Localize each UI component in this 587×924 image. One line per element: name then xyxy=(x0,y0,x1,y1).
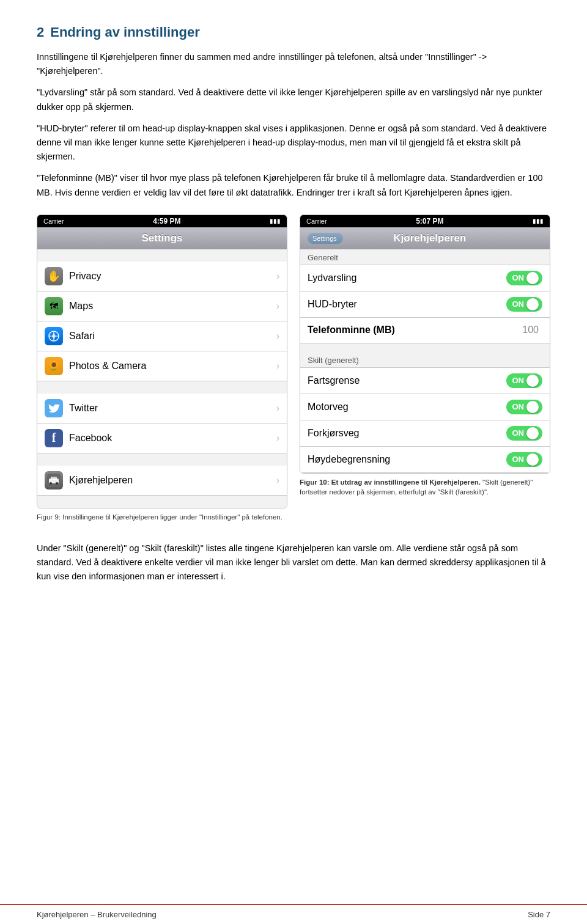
toggle-forkjorsveg[interactable]: ON xyxy=(506,426,543,441)
row-safari[interactable]: Safari › xyxy=(37,321,287,351)
bottom-text: Under "Skilt (generelt)" og "Skilt (fare… xyxy=(37,541,550,584)
footer-right: Side 7 xyxy=(528,910,550,919)
nav-title-9: Settings xyxy=(141,232,182,244)
label-facebook: Facebook xyxy=(69,433,276,444)
toggle-hud[interactable]: ON xyxy=(506,297,543,312)
nav-bar-9: Settings xyxy=(37,227,287,249)
nav-title-10: Kjørehjelperen xyxy=(348,232,512,244)
icon-kjore xyxy=(45,471,63,490)
value-telefonminne: 100 xyxy=(522,324,539,336)
label-lydvarsling: Lydvarsling xyxy=(308,273,506,284)
icon-photos: 🌻 xyxy=(45,357,63,375)
page-footer: Kjørehjelperen – Brukerveiledning Side 7 xyxy=(0,904,587,924)
row-hoydebegrensning[interactable]: Høydebegrensning ON xyxy=(300,447,550,473)
label-twitter: Twitter xyxy=(69,403,276,414)
section-generelt: Generelt xyxy=(300,249,550,265)
settings-list-9: ✋ Privacy › 🗺 Maps › Safari › xyxy=(37,249,287,508)
label-fartsgrense: Fartsgrense xyxy=(308,375,506,386)
paragraph-4: "Telefonminne (MB)" viser til hvor mye p… xyxy=(37,171,550,199)
battery-9: ▮▮▮ xyxy=(270,218,281,224)
row-kjore[interactable]: Kjørehjelperen › xyxy=(37,466,287,496)
label-maps: Maps xyxy=(69,301,276,312)
chapter-title: Endring av innstillinger xyxy=(50,24,199,40)
bottom-paragraph-1: Under "Skilt (generelt)" og "Skilt (fare… xyxy=(37,541,550,584)
svg-point-7 xyxy=(56,482,58,485)
toggle-lydvarsling[interactable]: ON xyxy=(506,271,543,285)
label-telefonminne: Telefonminne (MB) xyxy=(308,324,522,336)
figure-9-caption: Figur 9: Innstillingene til Kjørehjelper… xyxy=(37,512,287,522)
figure-10-phone: Carrier 5:07 PM ▮▮▮ Settings Kjørehjelpe… xyxy=(300,215,550,474)
row-motorveg[interactable]: Motorveg ON xyxy=(300,394,550,420)
chevron-photos: › xyxy=(276,361,279,372)
chevron-facebook: › xyxy=(276,433,279,444)
row-telefonminne[interactable]: Telefonminne (MB) 100 xyxy=(300,318,550,343)
toggle-hoydebegrensning[interactable]: ON xyxy=(506,452,543,467)
carrier-9: Carrier xyxy=(43,218,64,225)
carrier-10: Carrier xyxy=(306,218,327,225)
label-hud: HUD-bryter xyxy=(308,299,506,310)
chapter-heading: 2 Endring av innstillinger xyxy=(37,24,550,40)
paragraph-3: "HUD-bryter" referer til om head-up disp… xyxy=(37,122,550,164)
label-hoydebegrensning: Høydebegrensning xyxy=(308,454,506,465)
row-maps[interactable]: 🗺 Maps › xyxy=(37,292,287,321)
label-motorveg: Motorveg xyxy=(308,402,506,413)
chevron-privacy: › xyxy=(276,271,279,282)
label-forkjorsveg: Forkjørsveg xyxy=(308,428,506,439)
label-privacy: Privacy xyxy=(69,271,276,282)
paragraph-2: "Lydvarsling" står på som standard. Ved … xyxy=(37,86,550,114)
label-photos: Photos & Camera xyxy=(69,361,276,372)
icon-safari xyxy=(45,327,63,345)
icon-facebook: f xyxy=(45,429,63,447)
nav-bar-10: Settings Kjørehjelperen xyxy=(300,227,550,249)
figure-10-block: Carrier 5:07 PM ▮▮▮ Settings Kjørehjelpe… xyxy=(300,215,550,529)
svg-marker-3 xyxy=(52,332,56,340)
icon-maps: 🗺 xyxy=(45,297,63,315)
figure-10-caption: Figur 10: Et utdrag av innstillingene ti… xyxy=(300,477,550,497)
figure-10-caption-bold: Figur 10: Et utdrag av innstillingene ti… xyxy=(300,479,481,486)
toggle-motorveg[interactable]: ON xyxy=(506,400,543,414)
figures-row: Carrier 4:59 PM ▮▮▮ Settings ✋ Privacy › xyxy=(37,215,550,529)
icon-privacy: ✋ xyxy=(45,267,63,285)
chevron-twitter: › xyxy=(276,403,279,414)
toggle-fartsgrense[interactable]: ON xyxy=(506,373,543,388)
svg-rect-8 xyxy=(51,477,57,480)
chevron-maps: › xyxy=(276,301,279,312)
row-forkjorsveg[interactable]: Forkjørsveg ON xyxy=(300,420,550,447)
figure-9-block: Carrier 4:59 PM ▮▮▮ Settings ✋ Privacy › xyxy=(37,215,287,529)
svg-point-6 xyxy=(50,482,52,485)
row-photos[interactable]: 🌻 Photos & Camera › xyxy=(37,351,287,381)
status-bar-10: Carrier 5:07 PM ▮▮▮ xyxy=(300,215,550,227)
chevron-kjore: › xyxy=(276,475,279,486)
row-twitter[interactable]: Twitter › xyxy=(37,394,287,424)
chevron-safari: › xyxy=(276,331,279,342)
section-skilt: Skilt (generelt) xyxy=(300,352,550,367)
settings-list-10: Generelt Lydvarsling ON HUD-bryter ON Te… xyxy=(300,249,550,473)
label-safari: Safari xyxy=(69,331,276,342)
row-fartsgrense[interactable]: Fartsgrense ON xyxy=(300,367,550,394)
icon-twitter xyxy=(45,399,63,417)
time-9: 4:59 PM xyxy=(153,217,180,226)
back-button-10[interactable]: Settings xyxy=(308,233,343,244)
figure-9-phone: Carrier 4:59 PM ▮▮▮ Settings ✋ Privacy › xyxy=(37,215,287,508)
row-facebook[interactable]: f Facebook › xyxy=(37,424,287,453)
time-10: 5:07 PM xyxy=(416,217,443,226)
battery-10: ▮▮▮ xyxy=(533,218,544,224)
row-lydvarsling[interactable]: Lydvarsling ON xyxy=(300,265,550,292)
label-kjore: Kjørehjelperen xyxy=(69,475,276,486)
status-bar-9: Carrier 4:59 PM ▮▮▮ xyxy=(37,215,287,227)
paragraph-1: Innstillingene til Kjørehjelperen finner… xyxy=(37,50,550,78)
chapter-number: 2 xyxy=(37,24,44,40)
row-privacy[interactable]: ✋ Privacy › xyxy=(37,262,287,292)
row-hud[interactable]: HUD-bryter ON xyxy=(300,292,550,318)
footer-left: Kjørehjelperen – Brukerveiledning xyxy=(37,910,157,919)
